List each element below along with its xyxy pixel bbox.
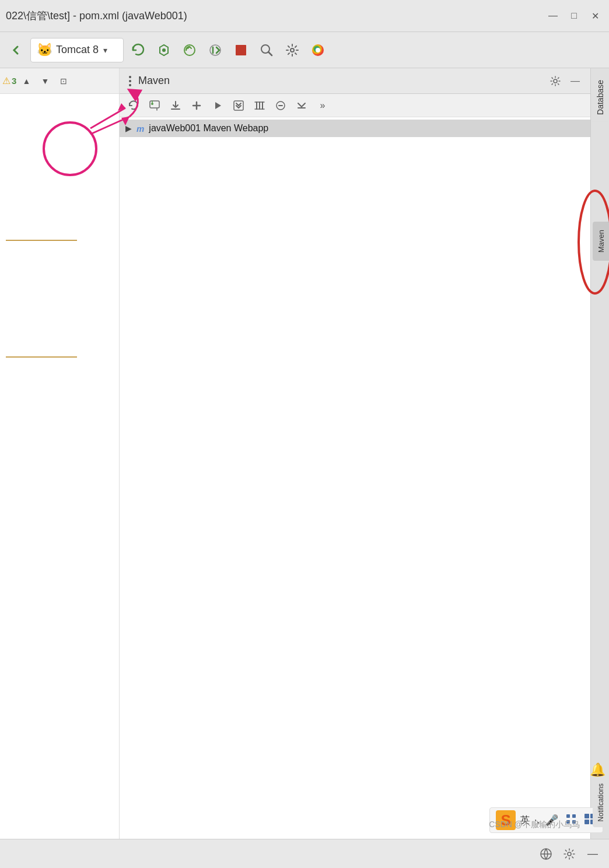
maven-project-icon: m bbox=[136, 124, 144, 134]
maven-columns-button[interactable] bbox=[250, 96, 269, 115]
maven-side-tab[interactable]: Maven bbox=[593, 222, 609, 261]
maven-cancel-button[interactable] bbox=[271, 96, 290, 115]
svg-rect-14 bbox=[566, 814, 570, 818]
panel-menu-button[interactable] bbox=[127, 74, 134, 89]
maven-side-tab-label[interactable]: Maven bbox=[594, 222, 608, 261]
maven-reload-button[interactable] bbox=[124, 96, 143, 115]
maven-expand-icon: ▶ bbox=[125, 124, 132, 133]
maven-more-button[interactable]: » bbox=[313, 96, 332, 115]
bottom-globe-button[interactable] bbox=[537, 845, 555, 863]
maven-panel-title: Maven bbox=[138, 75, 170, 87]
svg-point-8 bbox=[316, 48, 320, 52]
maven-content: ▶ m javaWeb001 Maven Webapp bbox=[120, 117, 590, 868]
tomcat-icon: 🐱 bbox=[37, 43, 52, 58]
maven-project-name: javaWeb001 Maven Webapp bbox=[149, 123, 268, 134]
svg-point-9 bbox=[554, 79, 557, 83]
svg-point-11 bbox=[151, 103, 153, 105]
reload-button[interactable] bbox=[127, 39, 149, 61]
maven-panel-header: Maven — bbox=[120, 68, 590, 94]
maven-header-right: — bbox=[547, 73, 583, 89]
settings-button[interactable] bbox=[281, 39, 303, 61]
notifications-side-tab[interactable]: Notifications bbox=[593, 778, 609, 827]
maximize-button[interactable]: □ bbox=[566, 8, 582, 24]
svg-rect-18 bbox=[584, 814, 589, 818]
database-side-tab[interactable]: Database bbox=[590, 68, 609, 868]
svg-point-5 bbox=[290, 48, 294, 52]
stop-button[interactable] bbox=[230, 39, 252, 61]
tomcat-dropdown-icon: ▾ bbox=[103, 46, 107, 55]
maven-collapse-button[interactable] bbox=[292, 96, 311, 115]
warning-badge: ⚠ 3 bbox=[2, 75, 16, 86]
title-bar: 022\信管\test] - pom.xml (javaWeb001) — □ … bbox=[0, 0, 609, 32]
maven-minimize-button[interactable]: — bbox=[567, 73, 583, 89]
panel-option-button[interactable]: ⊡ bbox=[55, 72, 72, 90]
maven-header-left: Maven bbox=[127, 74, 170, 89]
maven-project-row[interactable]: ▶ m javaWeb001 Maven Webapp bbox=[120, 120, 590, 137]
svg-point-23 bbox=[568, 852, 571, 856]
notifications-tab-label[interactable]: Notifications bbox=[594, 778, 608, 827]
coverage-button[interactable] bbox=[178, 39, 201, 61]
svg-rect-15 bbox=[572, 814, 576, 818]
tomcat-run-config[interactable]: 🐱 Tomcat 8 ▾ bbox=[30, 38, 124, 62]
left-panel-toolbar: ⚠ 3 ▲ ▼ ⊡ bbox=[0, 68, 119, 94]
csdn-watermark: CSDN @不服输的小乌鸟 bbox=[489, 820, 580, 830]
expand-up-button[interactable]: ▲ bbox=[18, 72, 35, 90]
maven-toolbar: » bbox=[120, 94, 590, 117]
left-panel: ⚠ 3 ▲ ▼ ⊡ bbox=[0, 68, 120, 868]
bottom-bar: — bbox=[0, 839, 609, 868]
debug-button[interactable] bbox=[153, 39, 175, 61]
back-button[interactable] bbox=[5, 39, 27, 61]
maven-settings-button[interactable] bbox=[547, 73, 564, 89]
bottom-minimize-button[interactable]: — bbox=[583, 845, 602, 863]
divider-1 bbox=[6, 240, 77, 241]
maven-add-button[interactable] bbox=[187, 96, 206, 115]
left-panel-content bbox=[0, 94, 119, 868]
minimize-button[interactable]: — bbox=[545, 8, 561, 24]
window-controls: — □ ✕ bbox=[545, 8, 603, 24]
browser-button[interactable] bbox=[307, 39, 329, 61]
divider-2 bbox=[6, 356, 77, 358]
bottom-settings-button[interactable] bbox=[560, 845, 579, 863]
warning-count: 3 bbox=[12, 76, 16, 86]
content-area: ⚠ 3 ▲ ▼ ⊡ Maven bbox=[0, 68, 609, 868]
main-toolbar: 🐱 Tomcat 8 ▾ bbox=[0, 32, 609, 68]
close-button[interactable]: ✕ bbox=[587, 8, 603, 24]
notifications-bell-icon[interactable]: 🔔 bbox=[590, 762, 606, 778]
svg-rect-20 bbox=[584, 820, 589, 824]
search-button[interactable] bbox=[256, 39, 278, 61]
run-with-config-button[interactable] bbox=[204, 39, 226, 61]
maven-run-button[interactable] bbox=[208, 96, 227, 115]
svg-point-0 bbox=[162, 48, 166, 52]
window-title: 022\信管\test] - pom.xml (javaWeb001) bbox=[6, 9, 545, 23]
tomcat-label: Tomcat 8 bbox=[56, 44, 99, 56]
maven-run-debug-button[interactable] bbox=[229, 96, 248, 115]
expand-down-button[interactable]: ▼ bbox=[36, 72, 54, 90]
maven-download-button[interactable] bbox=[166, 96, 185, 115]
maven-link-button[interactable] bbox=[145, 96, 164, 115]
svg-rect-3 bbox=[236, 45, 246, 55]
database-tab-label[interactable]: Database bbox=[592, 73, 608, 122]
warning-icon: ⚠ bbox=[2, 75, 10, 86]
maven-panel: Maven — bbox=[120, 68, 590, 868]
